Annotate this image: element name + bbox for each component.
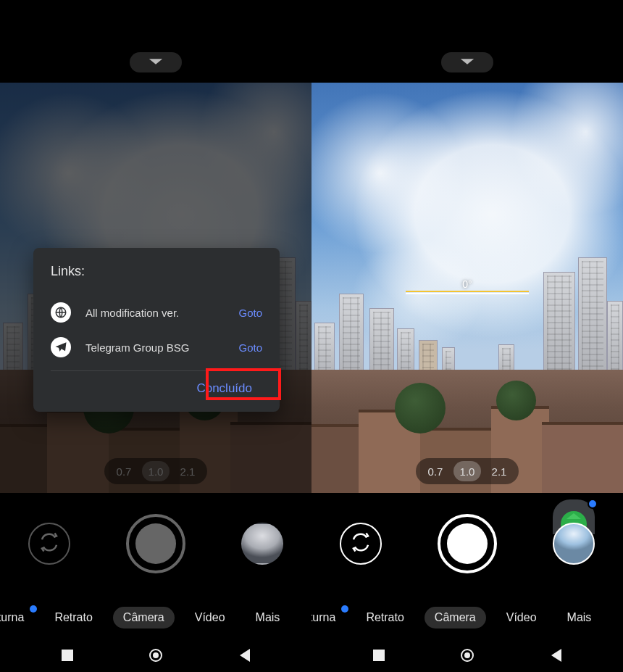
- recents-icon: [62, 650, 73, 661]
- dialog-done-button[interactable]: Concluído: [186, 376, 262, 402]
- home-icon: [461, 649, 474, 662]
- mode-retrato[interactable]: Retrato: [356, 607, 414, 629]
- mode-camera[interactable]: Câmera: [425, 607, 486, 629]
- switch-camera-button[interactable]: [340, 523, 382, 565]
- gallery-thumbnail[interactable]: [553, 523, 595, 565]
- mode-label: oturna: [312, 611, 335, 623]
- nav-back[interactable]: [223, 644, 267, 666]
- level-bar: [406, 291, 529, 294]
- top-bar: [312, 0, 623, 83]
- side-by-side-root: 0.7 1.0 2.1 oturna Retrato Câmera Vídeo …: [0, 0, 623, 672]
- nav-home[interactable]: [446, 644, 489, 666]
- switch-camera-icon: [38, 531, 60, 556]
- shutter-button[interactable]: [126, 514, 185, 573]
- shutter-inner: [135, 523, 176, 564]
- settings-pulldown[interactable]: [441, 52, 493, 72]
- dialog-goto-link[interactable]: Goto: [238, 341, 262, 354]
- nav-back[interactable]: [535, 644, 578, 666]
- phone-right: 0° 0.7 1.0 2.1 oturna Retrato: [312, 0, 623, 672]
- shutter-button[interactable]: [438, 514, 497, 573]
- top-bar: [0, 0, 312, 83]
- back-icon: [240, 649, 250, 662]
- settings-pulldown[interactable]: [130, 52, 182, 72]
- viewfinder: 0° 0.7 1.0 2.1: [312, 83, 623, 493]
- phone-left: 0.7 1.0 2.1 oturna Retrato Câmera Vídeo …: [0, 0, 312, 672]
- zoom-selector[interactable]: 0.7 1.0 2.1: [416, 458, 519, 484]
- mode-strip[interactable]: oturna Retrato Câmera Vídeo Mais: [0, 600, 312, 635]
- dialog-item-label: Telegram Group BSG: [85, 341, 224, 354]
- nav-recents[interactable]: [357, 644, 401, 666]
- switch-camera-button[interactable]: [28, 523, 70, 565]
- mode-label: oturna: [0, 611, 24, 623]
- nav-home[interactable]: [134, 644, 177, 666]
- gallery-thumbnail[interactable]: [241, 523, 283, 565]
- dialog-actions: Concluído: [51, 376, 262, 402]
- mode-badge-dot: [341, 605, 348, 613]
- telegram-icon: [51, 337, 71, 357]
- chevron-down-icon: [148, 56, 164, 69]
- dialog-item-label: All modification ver.: [85, 307, 224, 319]
- nav-recents[interactable]: [46, 644, 89, 666]
- mode-retrato[interactable]: Retrato: [44, 607, 102, 629]
- dialog-row: Telegram Group BSG Goto: [51, 330, 262, 365]
- mode-noturna[interactable]: oturna: [312, 607, 346, 629]
- shutter-inner: [447, 523, 488, 564]
- chevron-down-icon: [459, 56, 475, 69]
- mode-mais[interactable]: Mais: [246, 607, 290, 629]
- links-dialog: Links: All modification ver. Goto Telegr…: [33, 248, 280, 412]
- recents-icon: [373, 650, 385, 661]
- dialog-row: All modification ver. Goto: [51, 295, 262, 330]
- mode-video[interactable]: Vídeo: [185, 607, 235, 629]
- camera-controls: [0, 493, 312, 594]
- notification-dot: [588, 499, 598, 509]
- android-navbar: [312, 639, 623, 672]
- mode-camera[interactable]: Câmera: [113, 607, 175, 629]
- zoom-option[interactable]: 0.7: [422, 461, 449, 481]
- switch-camera-icon: [350, 531, 372, 556]
- camera-controls: [312, 493, 623, 594]
- mode-noturna[interactable]: oturna: [0, 607, 34, 629]
- mode-mais[interactable]: Mais: [557, 607, 602, 629]
- back-icon: [551, 649, 561, 662]
- home-icon: [149, 649, 162, 662]
- dialog-title: Links:: [51, 264, 262, 279]
- mode-badge-dot: [30, 605, 37, 613]
- level-angle-label: 0°: [406, 278, 529, 290]
- zoom-option[interactable]: 2.1: [485, 461, 513, 481]
- globe-icon: [51, 302, 71, 323]
- mode-strip[interactable]: oturna Retrato Câmera Vídeo Mais: [312, 600, 623, 635]
- mode-video[interactable]: Vídeo: [496, 607, 547, 629]
- level-indicator: 0°: [406, 278, 529, 294]
- zoom-option[interactable]: 1.0: [453, 461, 481, 481]
- gallery-slot: [553, 523, 595, 565]
- android-navbar: [0, 639, 312, 672]
- gallery-slot: [241, 523, 283, 565]
- dialog-divider: [51, 370, 262, 371]
- dialog-goto-link[interactable]: Goto: [238, 307, 262, 319]
